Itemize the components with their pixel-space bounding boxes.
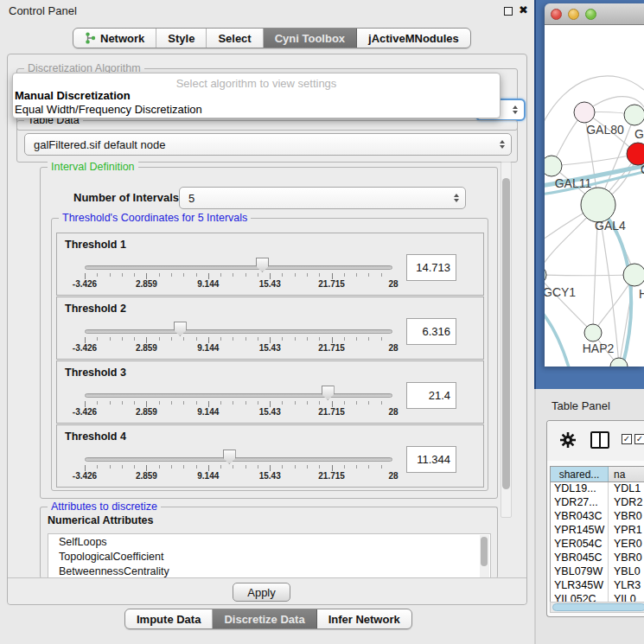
network-node[interactable] bbox=[545, 265, 546, 284]
tab-infer-network[interactable]: Infer Network bbox=[317, 609, 411, 628]
network-node[interactable] bbox=[584, 324, 602, 341]
tick-label: 28 bbox=[388, 407, 398, 417]
tab-network[interactable]: Network bbox=[73, 29, 156, 48]
checkbox-icon[interactable]: ✓ bbox=[634, 434, 644, 444]
network-icon bbox=[85, 32, 96, 44]
menu-item-manual-discretization[interactable]: Manual Discretization bbox=[15, 89, 131, 102]
threshold-slider-track[interactable] bbox=[85, 329, 392, 334]
attributes-scrollbar[interactable] bbox=[480, 535, 489, 578]
tick-label: 28 bbox=[388, 471, 398, 481]
network-window-titlebar[interactable] bbox=[545, 3, 644, 25]
tab-label: jActiveMNodules bbox=[368, 32, 459, 45]
scrollbar-thumb[interactable] bbox=[502, 178, 510, 489]
table-panel-title: Table Panel bbox=[552, 399, 610, 412]
network-canvas[interactable]: GAL80GACGAL11GAL4GCY1HHAP2 bbox=[545, 25, 644, 367]
tick-label: -3.426 bbox=[73, 343, 97, 353]
checkbox-icon[interactable]: ✓ bbox=[622, 434, 632, 444]
tick-label: 15.43 bbox=[259, 471, 281, 481]
network-node[interactable] bbox=[581, 188, 615, 222]
table-data-combobox[interactable]: galFiltered.sif default node bbox=[24, 133, 512, 156]
node-label: GAL80 bbox=[586, 123, 624, 137]
threshold-slider-handle[interactable] bbox=[223, 450, 236, 464]
column-header-shared[interactable]: shared... bbox=[551, 467, 609, 481]
tab-jactivemnodules[interactable]: jActiveMNodules bbox=[357, 29, 470, 48]
number-of-intervals-label: Number of Intervals bbox=[73, 191, 179, 204]
threshold-slider-handle[interactable] bbox=[322, 386, 335, 400]
slider-tick-labels: -3.4262.8599.14415.4321.71528 bbox=[85, 279, 393, 290]
threshold-value-field[interactable]: 21.4 bbox=[406, 382, 456, 409]
control-panel: Control Panel ✖ NetworkStyleSelectCyni T… bbox=[0, 0, 534, 644]
network-edge-thick[interactable] bbox=[545, 310, 569, 367]
tick-label: 21.715 bbox=[318, 407, 345, 417]
zoom-traffic-light-icon[interactable] bbox=[585, 9, 596, 20]
cell-name: YBR0 bbox=[609, 510, 644, 524]
network-node[interactable] bbox=[624, 105, 644, 125]
column-header-name[interactable]: na bbox=[609, 467, 644, 481]
attributes-group-title: Attributes to discretize bbox=[48, 501, 161, 513]
threshold-slider-track[interactable] bbox=[85, 457, 392, 462]
minimize-traffic-light-icon[interactable] bbox=[568, 9, 579, 20]
apply-bar: Apply bbox=[8, 577, 526, 604]
main-scrollbar[interactable] bbox=[501, 162, 512, 518]
tab-impute-data[interactable]: Impute Data bbox=[125, 609, 213, 628]
tab-cyni-toolbox[interactable]: Cyni Toolbox bbox=[264, 29, 357, 48]
float-window-icon[interactable] bbox=[504, 7, 513, 16]
table-row[interactable]: YER054CYER0 bbox=[551, 538, 644, 552]
scrollbar-thumb[interactable] bbox=[552, 603, 644, 611]
table-row[interactable]: YDR27...YDR2 bbox=[551, 496, 644, 510]
tab-label: Cyni Toolbox bbox=[275, 32, 345, 45]
network-node[interactable] bbox=[574, 102, 595, 123]
attribute-list-item[interactable]: BetweennessCentrality bbox=[48, 564, 490, 578]
gear-icon[interactable] bbox=[559, 431, 577, 449]
table-row[interactable]: YLR345WYLR3 bbox=[551, 579, 644, 593]
table-row[interactable]: YPR145WYPR1 bbox=[551, 524, 644, 538]
threshold-slider-track[interactable] bbox=[85, 265, 392, 270]
attributes-group: Attributes to discretize Numerical Attri… bbox=[40, 507, 498, 578]
threshold-value-field[interactable]: 11.344 bbox=[406, 446, 456, 473]
attribute-list-item[interactable]: SelfLoops bbox=[48, 534, 490, 549]
tab-label: Infer Network bbox=[328, 613, 400, 626]
scrollbar-thumb[interactable] bbox=[481, 537, 488, 566]
threshold-value-field[interactable]: 14.713 bbox=[406, 254, 456, 281]
cell-name: YBL0 bbox=[609, 565, 644, 579]
table-horizontal-scrollbar[interactable] bbox=[550, 602, 644, 613]
network-node[interactable] bbox=[545, 156, 562, 176]
node-label: C bbox=[641, 163, 644, 176]
table-row[interactable]: YBR043CYBR0 bbox=[551, 510, 644, 524]
close-traffic-light-icon[interactable] bbox=[551, 9, 562, 20]
table-row[interactable]: YDL19...YDL1 bbox=[551, 482, 644, 496]
numerical-attributes-list[interactable]: SelfLoopsTopologicalCoefficientBetweenne… bbox=[48, 533, 491, 578]
network-node[interactable] bbox=[623, 264, 644, 286]
column-layout-icon[interactable] bbox=[590, 431, 609, 449]
tab-discretize-data[interactable]: Discretize Data bbox=[213, 609, 316, 628]
tick-label: 2.859 bbox=[136, 279, 157, 289]
node-label: GA bbox=[634, 127, 644, 141]
tab-label: Discretize Data bbox=[224, 613, 304, 626]
threshold-slider-handle[interactable] bbox=[174, 322, 187, 336]
table-row[interactable]: YBL079WYBL0 bbox=[551, 565, 644, 579]
table-row[interactable]: YBR045CYBR0 bbox=[551, 552, 644, 565]
close-icon[interactable]: ✖ bbox=[519, 3, 528, 16]
table-header-row: shared... na bbox=[550, 466, 644, 482]
threshold-box: Threshold 4-3.4262.8599.14415.4321.71528… bbox=[56, 424, 484, 488]
table-row[interactable]: YIL052CYIL0 bbox=[551, 593, 644, 602]
tab-label: Network bbox=[100, 32, 144, 45]
combo-stepper-icon bbox=[500, 140, 505, 149]
node-label: H bbox=[639, 287, 644, 301]
tab-style[interactable]: Style bbox=[156, 29, 207, 48]
tick-label: 2.859 bbox=[136, 343, 157, 353]
network-view-window: GAL80GACGAL11GAL4GCY1HHAP2 bbox=[545, 3, 644, 367]
apply-button[interactable]: Apply bbox=[233, 583, 290, 602]
network-edge[interactable] bbox=[545, 275, 634, 276]
threshold-value-field[interactable]: 6.316 bbox=[406, 318, 456, 345]
tab-label: Impute Data bbox=[137, 613, 201, 626]
cell-shared-name: YDR27... bbox=[551, 496, 609, 510]
tick-label: -3.426 bbox=[73, 407, 97, 417]
threshold-slider-handle[interactable] bbox=[256, 258, 269, 272]
tab-select[interactable]: Select bbox=[207, 29, 263, 48]
attribute-list-item[interactable]: TopologicalCoefficient bbox=[48, 549, 490, 564]
threshold-slider-track[interactable] bbox=[85, 393, 392, 398]
network-edge[interactable] bbox=[552, 154, 638, 166]
menu-item-equal-width-frequency[interactable]: Equal Width/Frequency Discretization bbox=[15, 103, 202, 116]
number-of-intervals-combobox[interactable]: 5 bbox=[179, 187, 466, 209]
